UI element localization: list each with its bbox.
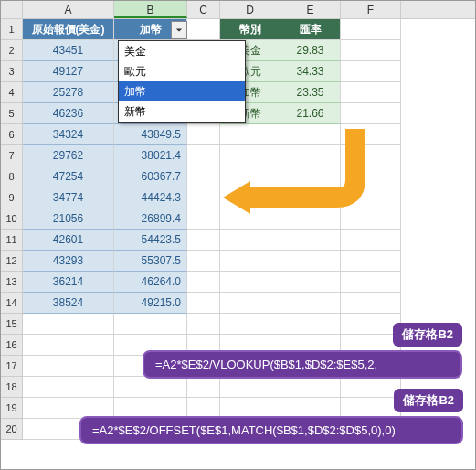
row-header[interactable]: 12 [1,251,23,272]
row-header[interactable]: 5 [1,103,23,124]
cell-E5[interactable]: 21.66 [280,103,341,124]
cell-C9[interactable] [187,187,220,208]
row-header[interactable]: 3 [1,61,23,82]
row-header[interactable]: 10 [1,208,23,230]
cell-F13[interactable] [341,272,401,293]
row-header[interactable]: 6 [1,124,23,145]
cell-E1[interactable]: 匯率 [280,19,341,40]
row-header[interactable]: 8 [1,166,23,187]
col-header-C[interactable]: C [187,1,220,18]
cell-B10[interactable]: 26899.4 [114,208,187,230]
row-header[interactable]: 11 [1,230,23,251]
cell-D11[interactable] [220,230,280,251]
cell-A4[interactable]: 25278 [23,82,114,103]
cell-A15[interactable] [23,314,114,335]
cell-F4[interactable] [341,82,401,103]
row-header[interactable]: 19 [1,398,23,419]
cell-F14[interactable] [341,293,401,314]
cell-F11[interactable] [341,230,401,251]
formula-text-2: =A2*$E$2/OFFSET($E$1,MATCH($B$1,$D$2:$D$… [79,416,463,444]
cell-C8[interactable] [187,166,220,187]
cell-A10[interactable]: 21056 [23,208,114,230]
col-header-B[interactable]: B [114,1,187,18]
col-header-F[interactable]: F [341,1,401,18]
cell-C11[interactable] [187,230,220,251]
cell-D12[interactable] [220,251,280,272]
chevron-down-icon [175,27,183,34]
dropdown-option[interactable]: 新幣 [119,101,245,122]
row-header[interactable]: 7 [1,145,23,166]
cell-F5[interactable] [341,103,401,124]
row-11: 114260154423.5 [1,230,475,251]
cell-E12[interactable] [280,251,341,272]
row-header[interactable]: 17 [1,356,23,377]
cell-A6[interactable]: 34324 [23,124,114,145]
row-13: 133621446264.0 [1,272,475,293]
row-12: 124329355307.5 [1,251,475,272]
cell-E11[interactable] [280,230,341,251]
cell-C6[interactable] [187,124,220,145]
currency-dropdown[interactable]: 美金歐元加幣新幣 [118,40,246,123]
row-14: 143852449215.0 [1,293,475,314]
col-header-E[interactable]: E [280,1,341,18]
cell-A5[interactable]: 46236 [23,103,114,124]
col-header-A[interactable]: A [23,1,114,18]
cell-C12[interactable] [187,251,220,272]
row-header[interactable]: 4 [1,82,23,103]
cell-B13[interactable]: 46264.0 [114,272,187,293]
cell-E2[interactable]: 29.83 [280,40,341,61]
cell-C10[interactable] [187,208,220,230]
row-header[interactable]: 20 [1,419,23,440]
dropdown-toggle-button[interactable] [171,21,187,39]
row-header[interactable]: 15 [1,314,23,335]
cell-F1[interactable] [341,19,401,40]
cell-A1[interactable]: 原始報價(美金) [23,19,114,40]
row-header[interactable]: 18 [1,377,23,398]
row-header[interactable]: 9 [1,187,23,208]
cell-B6[interactable]: 43849.5 [114,124,187,145]
cell-B11[interactable]: 54423.5 [114,230,187,251]
dropdown-option[interactable]: 美金 [119,41,245,61]
cell-A17[interactable] [23,356,114,377]
dropdown-option[interactable]: 歐元 [119,61,245,81]
formula-callout-2: 儲存格B2 =A2*$E$2/OFFSET($E$1,MATCH($B$1,$D… [79,389,463,444]
row-header[interactable]: 13 [1,272,23,293]
cell-E4[interactable]: 23.35 [280,82,341,103]
cell-A8[interactable]: 47254 [23,166,114,187]
cell-E3[interactable]: 34.33 [280,61,341,82]
cell-F2[interactable] [341,40,401,61]
cell-A12[interactable]: 43293 [23,251,114,272]
cell-B7[interactable]: 38021.4 [114,145,187,166]
cell-D13[interactable] [220,272,280,293]
cell-B12[interactable]: 55307.5 [114,251,187,272]
row-header[interactable]: 16 [1,335,23,356]
cell-C14[interactable] [187,293,220,314]
cell-F12[interactable] [341,251,401,272]
callout-arrow [218,124,374,225]
cell-A2[interactable]: 43451 [23,40,114,61]
row-header[interactable]: 1 [1,19,23,40]
cell-C1[interactable] [187,19,220,40]
cell-F3[interactable] [341,61,401,82]
cell-B9[interactable]: 44424.3 [114,187,187,208]
cell-A16[interactable] [23,335,114,356]
row-header[interactable]: 2 [1,40,23,61]
cell-A11[interactable]: 42601 [23,230,114,251]
cell-A13[interactable]: 36214 [23,272,114,293]
cell-A14[interactable]: 38524 [23,293,114,314]
col-header-D[interactable]: D [220,1,280,18]
cell-B8[interactable]: 60367.7 [114,166,187,187]
cell-E14[interactable] [280,293,341,314]
cell-C13[interactable] [187,272,220,293]
cell-D14[interactable] [220,293,280,314]
row-header[interactable]: 14 [1,293,23,314]
select-all-corner[interactable] [1,1,23,18]
cell-A3[interactable]: 49127 [23,61,114,82]
cell-C7[interactable] [187,145,220,166]
dropdown-option[interactable]: 加幣 [119,81,245,101]
cell-D1[interactable]: 幣別 [220,19,280,40]
cell-A7[interactable]: 29762 [23,145,114,166]
cell-B14[interactable]: 49215.0 [114,293,187,314]
cell-E13[interactable] [280,272,341,293]
cell-A9[interactable]: 34774 [23,187,114,208]
